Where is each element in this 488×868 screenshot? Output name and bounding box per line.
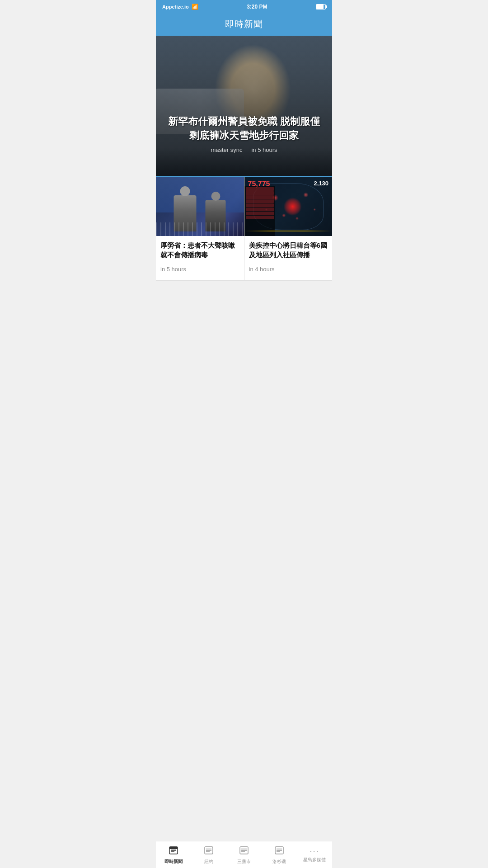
map-stat-1: 75,775 (248, 180, 270, 188)
hero-author: master sync (211, 146, 242, 153)
map-trend-line (244, 231, 333, 231)
legend-row-4 (246, 199, 274, 203)
status-left: Appetize.io 📶 (162, 4, 198, 10)
status-right (316, 4, 326, 9)
article-time-2: in 4 hours (249, 266, 275, 273)
hero-title: 新罕布什爾州警員被免職 脱制服僅剩底褲冰天雪地步行回家 (163, 115, 325, 143)
legend-row-3 (246, 195, 274, 199)
legend-row-2 (246, 191, 274, 195)
status-bar: Appetize.io 📶 3:20 PM (156, 0, 332, 14)
legend-row-8 (246, 216, 274, 219)
app-name: Appetize.io (162, 4, 189, 9)
app-header: 即時新聞 (156, 14, 332, 36)
article-body-1: 厚勞省：患者不大聲咳嗽就不會傳播病毒 in 5 hours (156, 236, 244, 280)
microphones (156, 222, 244, 236)
main-content: 新罕布什爾州警員被免職 脱制服僅剩底褲冰天雪地步行回家 master sync … (156, 36, 332, 310)
hero-overlay (156, 36, 332, 176)
hero-article[interactable]: 新罕布什爾州警員被免職 脱制服僅剩底褲冰天雪地步行回家 master sync … (156, 36, 332, 176)
hero-time: in 5 hours (251, 146, 277, 153)
article-card-1[interactable]: 厚勞省：患者不大聲咳嗽就不會傳播病毒 in 5 hours (156, 177, 244, 280)
article-grid: 厚勞省：患者不大聲咳嗽就不會傳播病毒 in 5 hours (156, 177, 332, 281)
article-thumbnail-2: 75,775 2,130 (244, 177, 333, 236)
hero-meta: master sync in 5 hours (163, 146, 325, 153)
map-stat-2: 2,130 (314, 180, 328, 187)
legend-row-5 (246, 203, 274, 207)
article-time-1: in 5 hours (160, 266, 186, 273)
battery-icon (316, 4, 326, 9)
wifi-icon: 📶 (192, 4, 198, 10)
legend-row-7 (246, 212, 274, 215)
map-legend (244, 186, 275, 236)
legend-row-6 (246, 208, 274, 211)
article-title-1: 厚勞省：患者不大聲咳嗽就不會傳播病毒 (160, 241, 239, 259)
status-time: 3:20 PM (247, 4, 267, 10)
page-title: 即時新聞 (156, 18, 332, 30)
article-thumbnail-1 (156, 177, 244, 236)
hero-text-block: 新罕布什爾州警員被免職 脱制服僅剩底褲冰天雪地步行回家 master sync … (156, 115, 332, 153)
article-body-2: 美疾控中心將日韓台等6國及地區列入社區傳播 in 4 hours (244, 236, 333, 280)
article-title-2: 美疾控中心將日韓台等6國及地區列入社區傳播 (249, 241, 328, 259)
article-card-2[interactable]: 75,775 2,130 美疾控中心將日韓台等6國及地區列入社區傳播 in 4 … (244, 177, 333, 280)
